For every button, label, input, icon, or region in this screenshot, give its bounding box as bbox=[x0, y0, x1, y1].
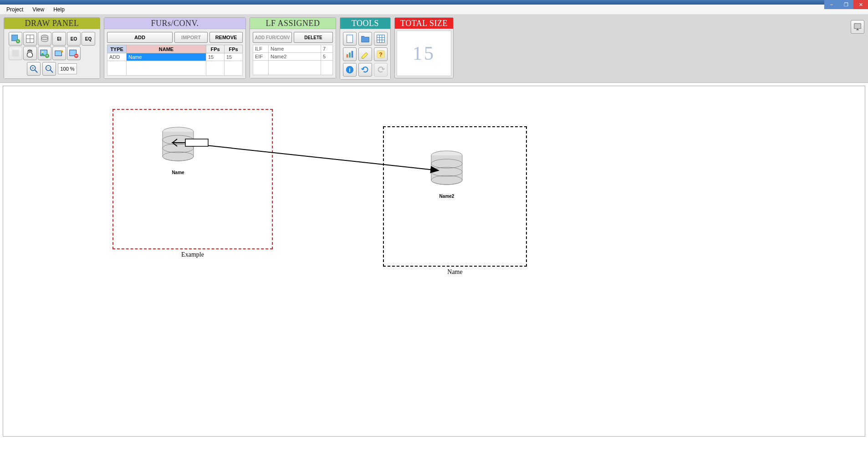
tool-open-icon[interactable] bbox=[358, 32, 372, 46]
eq-tool[interactable]: EQ bbox=[82, 32, 95, 46]
table-row-empty bbox=[107, 61, 243, 76]
total-size-panel: TOTAL SIZE 15 bbox=[394, 17, 454, 78]
grid-tool[interactable] bbox=[23, 32, 37, 46]
svg-rect-13 bbox=[55, 51, 62, 56]
remove-image-tool[interactable] bbox=[67, 46, 81, 60]
menu-project[interactable]: Project bbox=[2, 5, 28, 14]
lf-cell-c1[interactable]: EIF bbox=[253, 53, 269, 61]
window-minimize-button[interactable]: − bbox=[824, 0, 839, 9]
tool-spreadsheet-icon[interactable] bbox=[374, 32, 388, 46]
add-boundary-tool[interactable]: + bbox=[9, 32, 22, 46]
lf-cell-c2[interactable]: Name2 bbox=[269, 53, 321, 61]
add-image-tool[interactable]: + bbox=[38, 46, 51, 60]
tool-chart-icon[interactable] bbox=[343, 47, 357, 61]
boundary-label: Example bbox=[113, 251, 272, 258]
table-row[interactable]: ADD Name 15 15 bbox=[107, 53, 243, 61]
svg-rect-25 bbox=[377, 35, 385, 43]
lf-panel-header: LF ASSIGNED bbox=[250, 18, 336, 29]
db-node-label: Name bbox=[155, 170, 201, 175]
tools-panel: TOOLS ? i bbox=[340, 17, 391, 80]
zoom-level-input[interactable]: 100 % bbox=[58, 63, 77, 74]
tool-edit-icon[interactable] bbox=[358, 47, 372, 61]
menu-view[interactable]: View bbox=[28, 5, 49, 14]
drawing-canvas[interactable]: Example Name Name bbox=[3, 86, 865, 437]
pan-hand-tool[interactable] bbox=[23, 46, 37, 60]
window-maximize-button[interactable]: ❐ bbox=[839, 0, 853, 9]
tool-undo-icon[interactable] bbox=[358, 63, 372, 77]
tool-info-icon[interactable]: i bbox=[343, 63, 357, 77]
lf-panel-body: ADD FUR/CONV DELETE ILF Name 7 EIF Name2 bbox=[250, 29, 336, 78]
tools-panel-body: ? i bbox=[340, 29, 390, 79]
svg-point-10 bbox=[42, 51, 44, 53]
menu-help[interactable]: Help bbox=[49, 5, 69, 14]
window-titlebar: − ❐ ✕ bbox=[0, 0, 868, 5]
lf-cell-c3[interactable]: 5 bbox=[321, 53, 333, 61]
furs-remove-button[interactable]: REMOVE bbox=[209, 32, 243, 43]
db-node-name[interactable]: Name bbox=[155, 126, 201, 175]
spacer bbox=[82, 46, 95, 60]
svg-text:+: + bbox=[46, 54, 48, 58]
lf-table[interactable]: ILF Name 7 EIF Name2 5 bbox=[253, 45, 333, 75]
furs-cell-fp2[interactable]: 15 bbox=[225, 53, 243, 61]
database-tool[interactable] bbox=[38, 32, 51, 46]
table-row[interactable]: ILF Name 7 bbox=[253, 45, 333, 53]
furs-cell-fp1[interactable]: 15 bbox=[206, 53, 225, 61]
svg-rect-32 bbox=[352, 51, 353, 58]
zoom-in-button[interactable] bbox=[27, 62, 41, 76]
database-icon bbox=[160, 126, 196, 167]
tool-redo-icon bbox=[374, 63, 388, 77]
db-node-name2[interactable]: Name2 bbox=[424, 150, 470, 199]
furs-panel-body: ADD IMPORT REMOVE TYPE NAME FPs FPs bbox=[104, 29, 245, 78]
svg-rect-16 bbox=[75, 56, 78, 57]
draw-panel: DRAW PANEL + EI EO EQ bbox=[4, 17, 100, 79]
furs-col-type: TYPE bbox=[107, 45, 127, 53]
furs-table[interactable]: TYPE NAME FPs FPs ADD Name 15 15 bbox=[107, 45, 243, 76]
export-up-tool[interactable] bbox=[52, 46, 66, 60]
boundary-label: Name bbox=[384, 268, 526, 276]
furs-cell-type[interactable]: ADD bbox=[107, 53, 127, 61]
ei-tool[interactable]: EI bbox=[52, 32, 66, 46]
window-close-button[interactable]: ✕ bbox=[853, 0, 868, 9]
furs-panel: FURs/CONV. ADD IMPORT REMOVE TYPE NAME F… bbox=[104, 17, 246, 79]
total-size-header: TOTAL SIZE bbox=[395, 18, 453, 29]
svg-text:?: ? bbox=[379, 51, 383, 58]
tool-help-icon[interactable]: ? bbox=[374, 47, 388, 61]
furs-panel-header: FURs/CONV. bbox=[104, 18, 245, 29]
tools-panel-header: TOOLS bbox=[340, 18, 390, 29]
table-row-empty bbox=[253, 61, 333, 75]
furs-add-button[interactable]: ADD bbox=[107, 32, 173, 43]
svg-text:i: i bbox=[349, 67, 350, 73]
svg-rect-30 bbox=[347, 54, 348, 57]
zoom-out-button[interactable] bbox=[42, 62, 56, 76]
draw-panel-header: DRAW PANEL bbox=[4, 18, 100, 29]
toolbar: DRAW PANEL + EI EO EQ bbox=[0, 15, 868, 83]
svg-rect-24 bbox=[347, 35, 353, 43]
db-node-label: Name2 bbox=[424, 194, 470, 199]
furs-col-name: NAME bbox=[127, 45, 206, 53]
tool-page-icon[interactable] bbox=[343, 32, 357, 46]
furs-col-fps1: FPs bbox=[206, 45, 225, 53]
svg-line-22 bbox=[51, 70, 53, 73]
table-row[interactable]: EIF Name2 5 bbox=[253, 53, 333, 61]
draw-panel-body: + EI EO EQ bbox=[4, 29, 100, 78]
eo-tool[interactable]: EO bbox=[67, 32, 81, 46]
svg-rect-37 bbox=[854, 24, 861, 29]
total-size-value: 15 bbox=[413, 42, 435, 64]
svg-rect-8 bbox=[12, 50, 19, 57]
lf-cell-c2[interactable]: Name bbox=[269, 45, 321, 53]
lf-add-button: ADD FUR/CONV bbox=[253, 32, 292, 43]
lf-cell-c3[interactable]: 7 bbox=[321, 45, 333, 53]
menubar: Project View Help bbox=[0, 5, 868, 15]
database-icon bbox=[429, 150, 465, 191]
window-controls: − ❐ ✕ bbox=[824, 0, 868, 9]
furs-cell-name[interactable]: Name bbox=[127, 53, 206, 61]
toggle-panel-button[interactable] bbox=[851, 20, 864, 34]
lf-cell-c1[interactable]: ILF bbox=[253, 45, 269, 53]
unknown-disabled-tool bbox=[9, 46, 22, 60]
furs-col-fps2: FPs bbox=[225, 45, 243, 53]
total-size-body: 15 bbox=[397, 31, 451, 76]
furs-import-button: IMPORT bbox=[174, 32, 208, 43]
lf-delete-button[interactable]: DELETE bbox=[294, 32, 333, 43]
app-root: Project View Help DRAW PANEL + EI bbox=[0, 5, 868, 464]
lf-panel: LF ASSIGNED ADD FUR/CONV DELETE ILF Name… bbox=[250, 17, 336, 78]
